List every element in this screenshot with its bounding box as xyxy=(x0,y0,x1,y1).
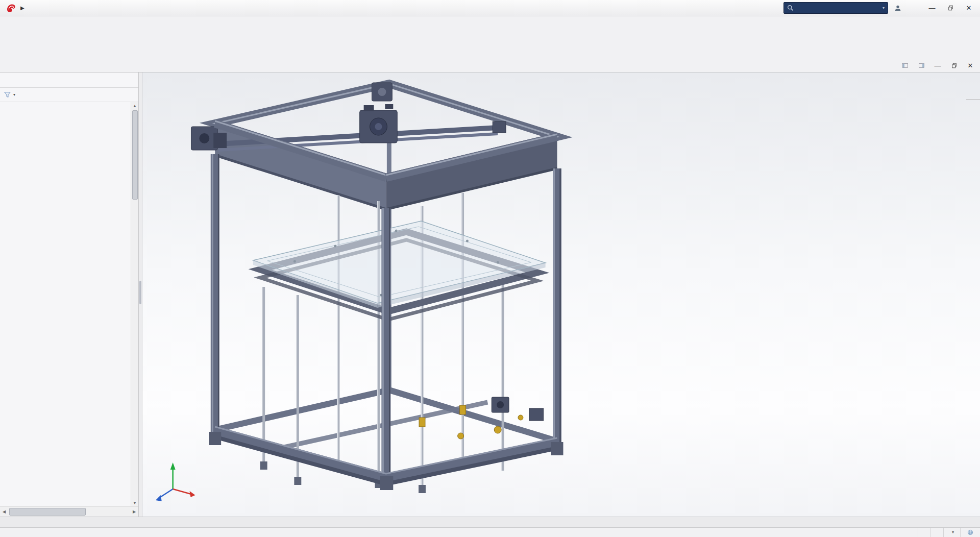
status-globe-icon[interactable] xyxy=(960,528,980,537)
reference-triad xyxy=(156,462,195,501)
tree-vertical-scrollbar[interactable]: ▲ ▼ xyxy=(131,102,138,506)
command-tab-row: — ✕ xyxy=(0,59,980,72)
child-minimize-button[interactable]: — xyxy=(930,60,945,71)
feature-manager-panel: ▾ ▲ ▼ ◀ ▶ xyxy=(0,72,139,517)
panel-tab-strip xyxy=(0,72,138,88)
scroll-right-icon[interactable]: ▶ xyxy=(130,509,138,514)
scroll-left-icon[interactable]: ◀ xyxy=(0,509,8,514)
vertical-scroll-thumb[interactable] xyxy=(132,110,138,200)
tab-navigation-cluster xyxy=(0,517,2,527)
units-dropdown-icon[interactable]: ▾ xyxy=(952,530,954,534)
filter-dropdown-icon[interactable]: ▾ xyxy=(13,93,15,97)
status-mode xyxy=(930,528,943,537)
tree-horizontal-scrollbar[interactable]: ◀ ▶ xyxy=(0,506,138,517)
dock-pane-left-icon[interactable] xyxy=(897,60,913,71)
app-logo: ▶ xyxy=(2,3,30,14)
dassault-ds-icon xyxy=(5,3,16,14)
model-3d-printer-frame[interactable] xyxy=(142,72,980,517)
task-pane-rail xyxy=(966,99,980,100)
horizontal-scroll-thumb[interactable] xyxy=(9,508,86,516)
search-dropdown-icon[interactable]: ▾ xyxy=(883,6,885,10)
filter-funnel-icon[interactable] xyxy=(3,90,12,99)
title-bar: ▶ ▾ — ✕ xyxy=(0,0,980,16)
dock-pane-right-icon[interactable] xyxy=(914,60,929,71)
menu-expand-arrow-icon[interactable]: ▶ xyxy=(20,5,24,11)
document-tab-bar xyxy=(0,517,980,527)
command-manager-ribbon xyxy=(0,16,980,59)
minimize-button[interactable]: — xyxy=(923,2,941,15)
scroll-up-icon[interactable]: ▲ xyxy=(131,102,138,109)
close-button[interactable]: ✕ xyxy=(960,2,978,15)
help-button[interactable] xyxy=(908,3,919,14)
tree-filter-row: ▾ xyxy=(0,88,138,102)
search-icon xyxy=(787,5,794,11)
child-close-button[interactable]: ✕ xyxy=(963,60,978,71)
status-bar: ▾ xyxy=(0,527,980,537)
graphics-area[interactable] xyxy=(142,72,980,517)
splitter-grip[interactable] xyxy=(139,281,141,304)
status-units-selector[interactable]: ▾ xyxy=(943,528,960,537)
user-account-icon[interactable] xyxy=(892,3,903,14)
scroll-down-icon[interactable]: ▼ xyxy=(131,499,138,506)
search-input[interactable] xyxy=(797,5,879,12)
status-constraint xyxy=(918,528,930,537)
panel-splitter[interactable] xyxy=(139,72,142,517)
search-commands-box[interactable]: ▾ xyxy=(783,2,888,14)
restore-button[interactable] xyxy=(941,2,960,15)
child-restore-button[interactable] xyxy=(946,60,962,71)
feature-tree xyxy=(0,102,131,506)
